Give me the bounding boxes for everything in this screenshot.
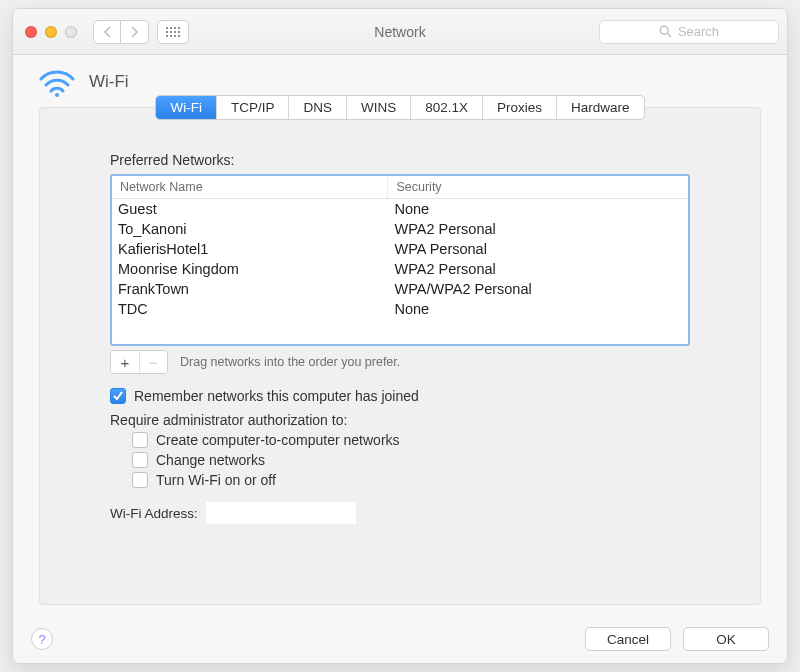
show-all-button[interactable] [157,20,189,44]
search-placeholder: Search [678,24,719,39]
cancel-button[interactable]: Cancel [585,627,671,651]
auth-check-row: Turn Wi-Fi on or off [132,472,690,488]
table-row[interactable]: FrankTownWPA/WPA2 Personal [112,279,688,299]
auth-checkbox-1[interactable] [132,452,148,468]
auth-check-label: Turn Wi-Fi on or off [156,472,276,488]
remember-networks-label: Remember networks this computer has join… [134,388,419,404]
auth-checkbox-2[interactable] [132,472,148,488]
window-controls [25,26,77,38]
grid-icon [166,27,180,37]
svg-line-1 [667,33,671,37]
remove-network-button[interactable]: − [139,351,167,373]
table-row[interactable]: To_KanoniWPA2 Personal [112,219,688,239]
column-network-name[interactable]: Network Name [112,176,388,198]
tab-wins[interactable]: WINS [347,96,411,119]
auth-check-label: Change networks [156,452,265,468]
footer: ? Cancel OK [31,627,769,651]
network-preferences-window: Network Search Wi-Fi Wi-FiTCP/IPDNSWINS8… [12,8,788,664]
search-icon [659,25,672,38]
cell-security: WPA2 Personal [388,261,688,277]
panel: Wi-FiTCP/IPDNSWINS802.1XProxiesHardware … [13,97,787,663]
cell-security: None [388,301,688,317]
table-header: Network Name Security [112,176,688,199]
auth-check-label: Create computer-to-computer networks [156,432,400,448]
tab-dns[interactable]: DNS [289,96,347,119]
drag-hint: Drag networks into the order you prefer. [180,355,400,369]
remember-networks-row: Remember networks this computer has join… [110,388,690,404]
auth-checkbox-0[interactable] [132,432,148,448]
cell-security: WPA2 Personal [388,221,688,237]
auth-check-row: Change networks [132,452,690,468]
search-field[interactable]: Search [599,20,779,44]
panel-inner: Wi-FiTCP/IPDNSWINS802.1XProxiesHardware … [39,107,761,605]
chevron-left-icon [103,26,112,38]
tab-proxies[interactable]: Proxies [483,96,557,119]
require-auth-label: Require administrator authorization to: [110,412,690,428]
tab-bar: Wi-FiTCP/IPDNSWINS802.1XProxiesHardware [40,95,760,120]
wifi-address-value [206,502,356,524]
cell-network-name: FrankTown [112,281,388,297]
zoom-window-button[interactable] [65,26,77,38]
cell-network-name: TDC [112,301,388,317]
add-remove-buttons: + − [110,350,168,374]
ok-button[interactable]: OK [683,627,769,651]
auth-check-row: Create computer-to-computer networks [132,432,690,448]
cell-network-name: Guest [112,201,388,217]
tab-wifi[interactable]: Wi-Fi [156,96,216,119]
add-network-button[interactable]: + [111,351,139,373]
back-button[interactable] [93,20,121,44]
close-window-button[interactable] [25,26,37,38]
preferred-networks-label: Preferred Networks: [110,152,690,168]
help-button[interactable]: ? [31,628,53,650]
cell-security: None [388,201,688,217]
tab-hardware[interactable]: Hardware [557,96,644,119]
table-row[interactable]: TDCNone [112,299,688,319]
tab-tcpip[interactable]: TCP/IP [217,96,290,119]
pane-header: Wi-Fi [13,55,787,97]
chevron-right-icon [130,26,139,38]
nav-buttons [93,20,149,44]
remember-networks-checkbox[interactable] [110,388,126,404]
checkmark-icon [112,390,124,402]
svg-point-0 [660,26,668,34]
table-row[interactable]: GuestNone [112,199,688,219]
cell-network-name: To_Kanoni [112,221,388,237]
wifi-address-label: Wi-Fi Address: [110,506,198,521]
tab-8021x[interactable]: 802.1X [411,96,483,119]
wifi-address-row: Wi-Fi Address: [110,502,690,524]
cell-network-name: Moonrise Kingdom [112,261,388,277]
require-auth-group: Require administrator authorization to: … [110,412,690,488]
content: Preferred Networks: Network Name Securit… [110,152,690,524]
preferred-networks-table[interactable]: Network Name Security GuestNoneTo_Kanoni… [110,174,690,346]
cell-security: WPA Personal [388,241,688,257]
table-row[interactable]: Moonrise KingdomWPA2 Personal [112,259,688,279]
cell-security: WPA/WPA2 Personal [388,281,688,297]
table-controls: + − Drag networks into the order you pre… [110,350,690,374]
column-security[interactable]: Security [388,176,688,198]
toolbar: Network Search [13,9,787,55]
table-row[interactable]: KafierisHotel1WPA Personal [112,239,688,259]
pane-title: Wi-Fi [89,72,129,92]
cell-network-name: KafierisHotel1 [112,241,388,257]
minimize-window-button[interactable] [45,26,57,38]
wifi-icon [39,67,75,97]
forward-button[interactable] [121,20,149,44]
